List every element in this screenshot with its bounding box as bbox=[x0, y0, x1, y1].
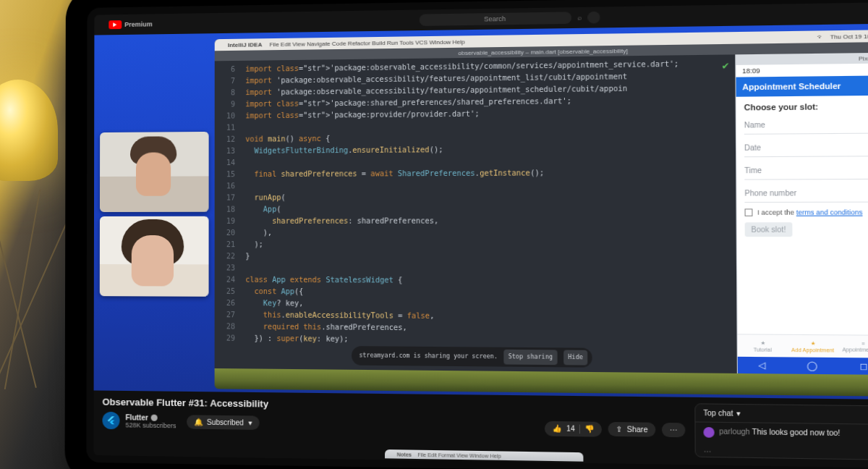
tab-add-appointment[interactable]: ★Add Appointment bbox=[788, 335, 838, 358]
share-icon: ⇪ bbox=[616, 425, 623, 434]
search-input[interactable]: Search bbox=[419, 12, 571, 26]
code-lines: import class="str">'package:observable_a… bbox=[239, 54, 737, 373]
youtube-play-icon bbox=[109, 20, 122, 29]
channel-avatar[interactable] bbox=[102, 412, 119, 429]
chat-mode-selector[interactable]: Top chat ▾ bbox=[695, 404, 868, 425]
voice-search-icon[interactable] bbox=[587, 12, 600, 24]
line-gutter: 6789101112131415161718192021222324252627… bbox=[215, 61, 240, 368]
video-stage: IntelliJ IDEA File Edit View Navigate Co… bbox=[94, 24, 868, 400]
code-editor[interactable]: ✔ 67891011121314151617181920212223242526… bbox=[215, 54, 737, 373]
chevron-down-icon: ▾ bbox=[248, 418, 252, 426]
checkbox-icon bbox=[745, 208, 753, 216]
back-icon[interactable]: ◁ bbox=[758, 360, 765, 371]
date-field[interactable]: Date▭ bbox=[744, 140, 868, 157]
channel-name[interactable]: Flutter bbox=[126, 413, 148, 421]
phone-emulator: Pixel 4a 18:09 ▮ Appointment Scheduler C… bbox=[735, 53, 868, 375]
screenshare-text: streamyard.com is sharing your screen. bbox=[359, 350, 497, 363]
share-button[interactable]: ⇪ Share bbox=[608, 422, 655, 437]
video-title: Observable Flutter #31: Accessibility bbox=[103, 397, 536, 413]
hide-sharing-button[interactable]: Hide bbox=[563, 350, 587, 366]
mac-app-name: IntelliJ IDEA bbox=[228, 41, 262, 48]
subscriber-count: 528K subscribers bbox=[125, 421, 176, 429]
emulator-device-label: Pixel 4a bbox=[859, 54, 868, 62]
verified-icon bbox=[151, 414, 158, 421]
mac-clock: Thu Oct 19 10:09 bbox=[830, 33, 868, 40]
webcam-speaker-2 bbox=[100, 216, 209, 296]
chat-input[interactable]: … bbox=[696, 442, 868, 460]
youtube-premium-label: Premium bbox=[124, 20, 153, 28]
stop-sharing-button[interactable]: Stop sharing bbox=[503, 350, 557, 365]
shared-screen: IntelliJ IDEA File Edit View Navigate Co… bbox=[215, 30, 868, 397]
app-title: Appointment Scheduler bbox=[742, 81, 841, 91]
like-button[interactable]: 👍 14 👎 bbox=[545, 421, 602, 436]
screenshare-banner: streamyard.com is sharing your screen. S… bbox=[352, 346, 592, 368]
chat-message: parlough This looks good now too! bbox=[696, 422, 868, 444]
search-icon[interactable]: ⌕ bbox=[577, 14, 581, 21]
tab-appointment-list[interactable]: ≡Appointment List bbox=[838, 335, 868, 358]
chat-avatar bbox=[703, 427, 714, 438]
book-slot-button[interactable]: Book slot! bbox=[745, 222, 793, 237]
terms-checkbox[interactable]: I accept the terms and conditions bbox=[745, 208, 868, 216]
tab-tutorial[interactable]: ★Tutorial bbox=[738, 334, 788, 357]
phone-clock: 18:09 bbox=[742, 67, 760, 75]
phone-number-field[interactable]: Phone number bbox=[744, 185, 868, 203]
speaker-column bbox=[100, 39, 209, 389]
home-icon[interactable]: ◯ bbox=[807, 360, 817, 371]
live-chat-panel: Top chat ▾ parlough This looks good now … bbox=[694, 403, 868, 460]
analysis-ok-icon: ✔ bbox=[722, 59, 728, 72]
name-field[interactable]: Name bbox=[744, 117, 868, 134]
android-navbar: ◁ ◯ ◻ bbox=[738, 357, 868, 375]
bottom-tabs: ★Tutorial ★Add Appointment ≡Appointment … bbox=[738, 334, 868, 358]
video-actions: 👍 14 👎 ⇪ Share ⋯ bbox=[545, 402, 686, 457]
wifi-icon: ᯤ bbox=[817, 33, 824, 41]
thumbs-down-icon[interactable]: 👎 bbox=[585, 425, 595, 434]
screen: Premium Search ⌕ IntelliJ IDEA bbox=[93, 2, 868, 468]
terms-link[interactable]: terms and conditions bbox=[796, 208, 863, 216]
overview-icon[interactable]: ◻ bbox=[859, 360, 867, 371]
monitor-frame: Premium Search ⌕ IntelliJ IDEA bbox=[86, 0, 868, 469]
app-bar: Appointment Scheduler bbox=[736, 75, 868, 96]
subscribed-button[interactable]: 🔔 Subscribed ▾ bbox=[187, 415, 260, 430]
chat-text: This looks good now too! bbox=[752, 428, 841, 437]
flutter-logo-icon bbox=[106, 415, 116, 426]
bell-icon: 🔔 bbox=[194, 418, 203, 426]
webcam-speaker-1 bbox=[100, 131, 209, 211]
chat-username: parlough bbox=[719, 427, 750, 436]
form-heading: Choose your slot: bbox=[744, 101, 868, 111]
time-field[interactable]: Time◔ bbox=[744, 163, 868, 180]
thumbs-up-icon: 👍 bbox=[553, 424, 562, 433]
chevron-down-icon: ▾ bbox=[736, 409, 741, 418]
mac-menu-items: File Edit View Navigate Code Refactor Bu… bbox=[270, 38, 465, 48]
more-actions-button[interactable]: ⋯ bbox=[662, 423, 686, 437]
youtube-logo[interactable]: Premium bbox=[109, 20, 152, 29]
